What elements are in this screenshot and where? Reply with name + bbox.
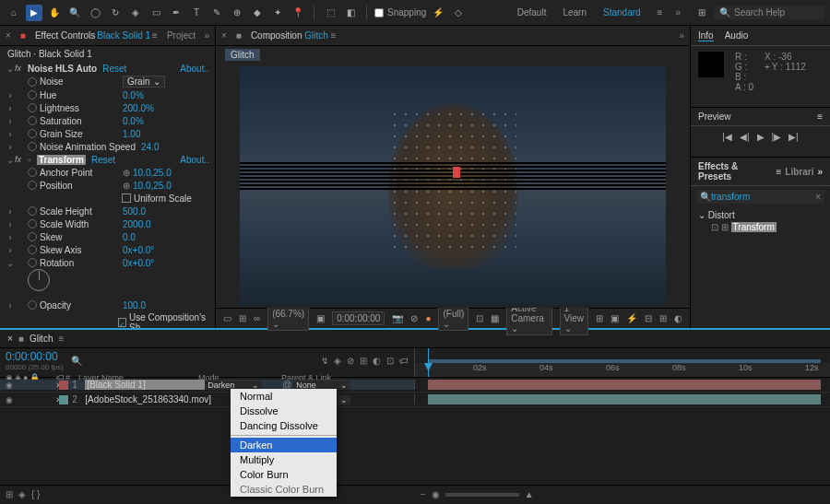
- brush-tool-icon[interactable]: ✎: [208, 5, 225, 21]
- layer-bar-area[interactable]: [415, 378, 830, 392]
- about-button[interactable]: About..: [180, 64, 209, 74]
- shape-tool-icon[interactable]: ▭: [148, 5, 164, 21]
- panel-menu-icon[interactable]: ≡: [58, 334, 64, 344]
- zoom-select[interactable]: (66.7%) ⌄: [267, 307, 309, 331]
- disclosure-icon[interactable]: ⌄: [6, 155, 15, 165]
- transparency-icon[interactable]: ▦: [491, 313, 499, 323]
- crosshair-icon[interactable]: ⊕: [123, 168, 130, 178]
- resolution-select[interactable]: (Full) ⌄: [438, 307, 468, 331]
- layer-row-1[interactable]: ◉ › 1 [Black Solid 1] Darken⌄ @ None⌄: [0, 378, 830, 393]
- stopwatch-icon[interactable]: [28, 219, 37, 229]
- composition-viewer[interactable]: [216, 64, 690, 308]
- magnify-icon[interactable]: ▭: [223, 313, 231, 323]
- panel-menu-icon[interactable]: ≡: [152, 30, 158, 41]
- reset-button[interactable]: Reset: [91, 155, 115, 165]
- stopwatch-icon[interactable]: [28, 77, 37, 87]
- disclosure-icon[interactable]: ›: [6, 245, 15, 255]
- draft-3d-icon[interactable]: ▣: [611, 313, 619, 323]
- comp-name-chip[interactable]: Glitch: [225, 49, 260, 61]
- snap-mesh-icon[interactable]: ◇: [450, 5, 467, 21]
- layer-duration-bar[interactable]: [428, 380, 821, 390]
- disclosure-icon[interactable]: ›: [6, 232, 15, 242]
- blend-mode-select[interactable]: Darken⌄: [205, 381, 262, 390]
- prop-value[interactable]: 24.0: [141, 142, 159, 152]
- crosshair-icon[interactable]: ⊕: [123, 181, 130, 191]
- grid-icon[interactable]: ⊞: [239, 313, 246, 323]
- workspace-default[interactable]: Default: [517, 7, 547, 18]
- tool-option-icon[interactable]: ⬚: [322, 5, 338, 21]
- stopwatch-icon[interactable]: [28, 129, 37, 138]
- layer-duration-bar[interactable]: [428, 394, 821, 404]
- effect-noise-header[interactable]: ⌄ fx Noise HLS Auto Reset About..: [0, 62, 215, 75]
- panel-menu-icon[interactable]: ≡: [817, 111, 823, 122]
- layer-color-chip[interactable]: [59, 381, 68, 390]
- hand-tool-icon[interactable]: ✋: [46, 5, 63, 21]
- frame-blend-icon[interactable]: ⊞: [360, 356, 367, 366]
- device-icon[interactable]: ∞: [254, 313, 260, 323]
- workspace-learn[interactable]: Learn: [563, 7, 587, 18]
- prop-value[interactable]: 0.0%: [123, 90, 144, 100]
- resolution-icon[interactable]: ▣: [316, 313, 325, 323]
- time-ruler[interactable]: 02s 04s 06s 08s 10s 12s: [415, 363, 830, 377]
- lock-icon[interactable]: ■: [18, 334, 24, 344]
- puppet-tool-icon[interactable]: 📍: [290, 5, 306, 21]
- video-toggle-icon[interactable]: ◉: [6, 395, 13, 404]
- prop-value[interactable]: 0.0%: [123, 116, 144, 126]
- snapshot-icon[interactable]: 📷: [392, 313, 403, 323]
- ep-search-input[interactable]: [711, 192, 794, 202]
- stopwatch-icon[interactable]: [28, 206, 37, 216]
- clear-search-icon[interactable]: ×: [815, 192, 821, 202]
- reset-button[interactable]: Reset: [102, 64, 126, 74]
- snapping-checkbox[interactable]: Snapping: [374, 7, 426, 18]
- disclosure-icon[interactable]: ›: [6, 129, 15, 139]
- disclosure-icon[interactable]: ›: [6, 90, 15, 100]
- noise-type-select[interactable]: Grain⌄: [123, 76, 165, 88]
- disclosure-icon[interactable]: ⌄: [6, 64, 15, 74]
- effect-transform-header[interactable]: ⌄ fx ▫ Transform Reset About..: [0, 153, 215, 166]
- close-icon[interactable]: ×: [6, 30, 11, 41]
- fx-badge[interactable]: fx: [15, 155, 28, 164]
- tree-item-transform[interactable]: ⊡ ⊞ Transform: [698, 221, 823, 233]
- toggle-switches-icon[interactable]: ⊞: [6, 489, 13, 499]
- zoom-in-icon[interactable]: ▲: [525, 489, 534, 499]
- prop-value[interactable]: 0.0: [123, 232, 136, 242]
- tab-libraries[interactable]: Librari: [785, 167, 813, 177]
- playhead[interactable]: [428, 348, 429, 377]
- blend-multiply[interactable]: Multiply: [231, 452, 337, 467]
- last-frame-icon[interactable]: ▶|: [788, 132, 799, 142]
- pen-tool-icon[interactable]: ✒: [168, 5, 184, 21]
- shy-icon[interactable]: ⊘: [347, 356, 354, 366]
- first-frame-icon[interactable]: |◀: [722, 132, 732, 142]
- pan-behind-tool-icon[interactable]: ◈: [127, 5, 144, 21]
- zoom-out-icon[interactable]: −: [421, 489, 426, 499]
- disclosure-icon[interactable]: ›: [6, 116, 15, 126]
- stopwatch-icon[interactable]: [28, 168, 37, 177]
- blend-dissolve[interactable]: Dissolve: [231, 404, 337, 418]
- toggle-in-out-icon[interactable]: { }: [31, 489, 40, 499]
- layer-bar-area[interactable]: [415, 393, 830, 406]
- snapping-input[interactable]: [374, 8, 384, 18]
- zoom-slider-track[interactable]: [445, 493, 519, 497]
- next-frame-icon[interactable]: |▶: [772, 132, 782, 142]
- toolbar-extra-icon[interactable]: ⊞: [694, 5, 710, 21]
- tree-category-distort[interactable]: ⌄ Distort: [698, 209, 823, 221]
- stopwatch-icon[interactable]: [28, 258, 37, 267]
- panel-menu-icon[interactable]: ≡: [331, 30, 337, 41]
- layer-color-chip[interactable]: [59, 395, 68, 404]
- current-timecode[interactable]: 0:00:00:00: [6, 350, 64, 363]
- tool-option-icon-2[interactable]: ◧: [342, 5, 359, 21]
- comp-mini-flow-icon[interactable]: ↯: [321, 356, 328, 366]
- zoom-handle-icon[interactable]: ◉: [432, 489, 440, 499]
- disclosure-icon[interactable]: ›: [6, 142, 15, 152]
- search-icon[interactable]: 🔍: [71, 356, 82, 366]
- blend-darken[interactable]: Darken: [231, 438, 337, 452]
- prop-value[interactable]: 10.0,25.0: [133, 168, 172, 178]
- disclosure-icon[interactable]: ›: [6, 206, 15, 217]
- selection-tool-icon[interactable]: ▶: [26, 5, 42, 21]
- close-icon[interactable]: ×: [7, 334, 13, 344]
- disclosure-icon[interactable]: ›: [6, 219, 15, 229]
- draft-3d-icon[interactable]: ◈: [334, 356, 341, 366]
- chevrons-icon[interactable]: »: [204, 30, 209, 41]
- stopwatch-icon[interactable]: [28, 245, 37, 254]
- region-icon[interactable]: ⊡: [476, 313, 483, 323]
